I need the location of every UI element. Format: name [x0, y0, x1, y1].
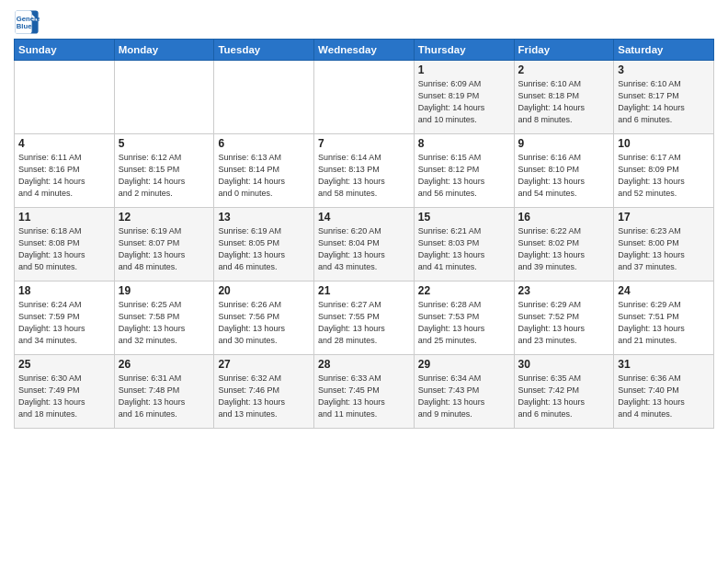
day-info: Sunrise: 6:10 AM Sunset: 8:17 PM Dayligh…: [618, 78, 710, 126]
day-cell: 17Sunrise: 6:23 AM Sunset: 8:00 PM Dayli…: [614, 208, 714, 282]
day-cell: 30Sunrise: 6:35 AM Sunset: 7:42 PM Dayli…: [514, 355, 614, 429]
col-header-wednesday: Wednesday: [314, 40, 415, 61]
day-cell: 2Sunrise: 6:10 AM Sunset: 8:18 PM Daylig…: [514, 61, 614, 134]
week-row-5: 25Sunrise: 6:30 AM Sunset: 7:49 PM Dayli…: [15, 355, 714, 429]
day-info: Sunrise: 6:23 AM Sunset: 8:00 PM Dayligh…: [618, 225, 710, 273]
day-cell: 7Sunrise: 6:14 AM Sunset: 8:13 PM Daylig…: [314, 134, 415, 208]
col-header-sunday: Sunday: [15, 40, 115, 61]
day-info: Sunrise: 6:20 AM Sunset: 8:04 PM Dayligh…: [318, 225, 410, 273]
day-info: Sunrise: 6:19 AM Sunset: 8:05 PM Dayligh…: [218, 225, 310, 273]
day-number: 6: [218, 137, 310, 150]
day-info: Sunrise: 6:33 AM Sunset: 7:45 PM Dayligh…: [318, 373, 410, 420]
day-info: Sunrise: 6:25 AM Sunset: 7:58 PM Dayligh…: [119, 299, 210, 347]
day-cell: 10Sunrise: 6:17 AM Sunset: 8:09 PM Dayli…: [614, 134, 714, 208]
day-cell: 20Sunrise: 6:26 AM Sunset: 7:56 PM Dayli…: [214, 282, 314, 355]
day-cell: 9Sunrise: 6:16 AM Sunset: 8:10 PM Daylig…: [514, 134, 614, 208]
day-number: 3: [618, 63, 710, 76]
day-cell: 13Sunrise: 6:19 AM Sunset: 8:05 PM Dayli…: [214, 208, 314, 282]
day-info: Sunrise: 6:31 AM Sunset: 7:48 PM Dayligh…: [119, 373, 210, 420]
day-cell: 25Sunrise: 6:30 AM Sunset: 7:49 PM Dayli…: [15, 355, 115, 429]
day-cell: [314, 61, 415, 134]
day-info: Sunrise: 6:12 AM Sunset: 8:15 PM Dayligh…: [119, 152, 210, 200]
week-row-4: 18Sunrise: 6:24 AM Sunset: 7:59 PM Dayli…: [15, 282, 714, 355]
day-info: Sunrise: 6:13 AM Sunset: 8:14 PM Dayligh…: [218, 152, 310, 200]
day-number: 24: [618, 284, 710, 297]
logo-icon: General Blue: [14, 9, 40, 35]
day-cell: 29Sunrise: 6:34 AM Sunset: 7:43 PM Dayli…: [414, 355, 514, 429]
day-info: Sunrise: 6:27 AM Sunset: 7:55 PM Dayligh…: [318, 299, 410, 347]
day-info: Sunrise: 6:34 AM Sunset: 7:43 PM Dayligh…: [418, 373, 510, 420]
day-info: Sunrise: 6:15 AM Sunset: 8:12 PM Dayligh…: [418, 152, 510, 200]
day-info: Sunrise: 6:29 AM Sunset: 7:51 PM Dayligh…: [618, 299, 710, 347]
day-number: 19: [119, 284, 210, 297]
day-number: 22: [418, 284, 510, 297]
day-number: 18: [18, 284, 110, 297]
day-number: 28: [318, 358, 410, 371]
day-number: 8: [418, 137, 510, 150]
day-number: 21: [318, 284, 410, 297]
day-number: 16: [518, 211, 610, 224]
day-info: Sunrise: 6:18 AM Sunset: 8:08 PM Dayligh…: [18, 225, 110, 273]
day-info: Sunrise: 6:09 AM Sunset: 8:19 PM Dayligh…: [418, 78, 510, 126]
top-row: General Blue: [14, 9, 714, 35]
day-cell: 19Sunrise: 6:25 AM Sunset: 7:58 PM Dayli…: [114, 282, 214, 355]
day-info: Sunrise: 6:36 AM Sunset: 7:40 PM Dayligh…: [618, 373, 710, 420]
day-info: Sunrise: 6:28 AM Sunset: 7:53 PM Dayligh…: [418, 299, 510, 347]
day-number: 25: [18, 358, 110, 371]
day-cell: 23Sunrise: 6:29 AM Sunset: 7:52 PM Dayli…: [514, 282, 614, 355]
day-cell: 28Sunrise: 6:33 AM Sunset: 7:45 PM Dayli…: [314, 355, 415, 429]
day-info: Sunrise: 6:29 AM Sunset: 7:52 PM Dayligh…: [518, 299, 610, 347]
col-header-saturday: Saturday: [614, 40, 714, 61]
day-cell: 12Sunrise: 6:19 AM Sunset: 8:07 PM Dayli…: [114, 208, 214, 282]
day-info: Sunrise: 6:17 AM Sunset: 8:09 PM Dayligh…: [618, 152, 710, 200]
day-cell: 4Sunrise: 6:11 AM Sunset: 8:16 PM Daylig…: [15, 134, 115, 208]
day-info: Sunrise: 6:10 AM Sunset: 8:18 PM Dayligh…: [518, 78, 610, 126]
day-number: 27: [218, 358, 310, 371]
day-cell: 21Sunrise: 6:27 AM Sunset: 7:55 PM Dayli…: [314, 282, 415, 355]
day-number: 30: [518, 358, 610, 371]
day-info: Sunrise: 6:35 AM Sunset: 7:42 PM Dayligh…: [518, 373, 610, 420]
day-number: 2: [518, 63, 610, 76]
day-cell: 6Sunrise: 6:13 AM Sunset: 8:14 PM Daylig…: [214, 134, 314, 208]
col-header-tuesday: Tuesday: [214, 40, 314, 61]
day-number: 10: [618, 137, 710, 150]
day-number: 7: [318, 137, 410, 150]
day-number: 31: [618, 358, 710, 371]
day-info: Sunrise: 6:16 AM Sunset: 8:10 PM Dayligh…: [518, 152, 610, 200]
day-info: Sunrise: 6:32 AM Sunset: 7:46 PM Dayligh…: [218, 373, 310, 420]
day-cell: 16Sunrise: 6:22 AM Sunset: 8:02 PM Dayli…: [514, 208, 614, 282]
svg-text:General: General: [17, 15, 40, 23]
day-info: Sunrise: 6:30 AM Sunset: 7:49 PM Dayligh…: [18, 373, 110, 420]
day-cell: 14Sunrise: 6:20 AM Sunset: 8:04 PM Dayli…: [314, 208, 415, 282]
day-number: 5: [119, 137, 210, 150]
day-info: Sunrise: 6:11 AM Sunset: 8:16 PM Dayligh…: [18, 152, 110, 200]
day-number: 14: [318, 211, 410, 224]
calendar-table: SundayMondayTuesdayWednesdayThursdayFrid…: [14, 39, 714, 429]
day-number: 13: [218, 211, 310, 224]
col-header-monday: Monday: [114, 40, 214, 61]
day-number: 4: [18, 137, 110, 150]
day-info: Sunrise: 6:21 AM Sunset: 8:03 PM Dayligh…: [418, 225, 510, 273]
day-number: 9: [518, 137, 610, 150]
day-cell: 1Sunrise: 6:09 AM Sunset: 8:19 PM Daylig…: [414, 61, 514, 134]
logo: General Blue: [14, 9, 42, 35]
svg-text:Blue: Blue: [17, 22, 32, 30]
day-number: 15: [418, 211, 510, 224]
day-number: 17: [618, 211, 710, 224]
day-number: 29: [418, 358, 510, 371]
day-cell: [114, 61, 214, 134]
day-info: Sunrise: 6:24 AM Sunset: 7:59 PM Dayligh…: [18, 299, 110, 347]
day-info: Sunrise: 6:22 AM Sunset: 8:02 PM Dayligh…: [518, 225, 610, 273]
day-cell: 11Sunrise: 6:18 AM Sunset: 8:08 PM Dayli…: [15, 208, 115, 282]
day-cell: [15, 61, 115, 134]
week-row-2: 4Sunrise: 6:11 AM Sunset: 8:16 PM Daylig…: [15, 134, 714, 208]
day-cell: 22Sunrise: 6:28 AM Sunset: 7:53 PM Dayli…: [414, 282, 514, 355]
day-info: Sunrise: 6:26 AM Sunset: 7:56 PM Dayligh…: [218, 299, 310, 347]
col-header-friday: Friday: [514, 40, 614, 61]
day-info: Sunrise: 6:19 AM Sunset: 8:07 PM Dayligh…: [119, 225, 210, 273]
day-number: 20: [218, 284, 310, 297]
day-cell: [214, 61, 314, 134]
day-cell: 26Sunrise: 6:31 AM Sunset: 7:48 PM Dayli…: [114, 355, 214, 429]
day-number: 11: [18, 211, 110, 224]
day-cell: 5Sunrise: 6:12 AM Sunset: 8:15 PM Daylig…: [114, 134, 214, 208]
